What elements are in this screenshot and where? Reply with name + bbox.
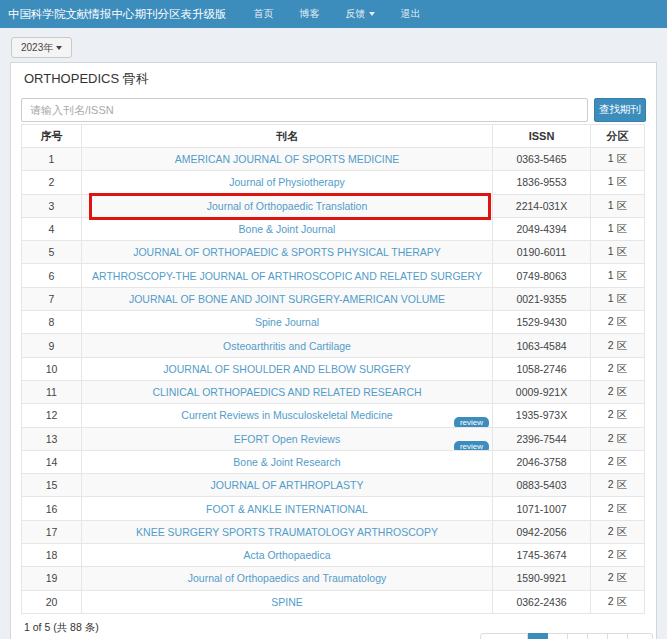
journal-link[interactable]: JOURNAL OF SHOULDER AND ELBOW SURGERY bbox=[163, 363, 410, 375]
row-issn: 2049-4394 bbox=[493, 217, 591, 240]
row-index: 3 bbox=[22, 194, 82, 217]
row-issn: 1590-9921 bbox=[493, 567, 591, 590]
row-partition: 2 区 bbox=[591, 427, 645, 450]
table-row: 18 Acta Orthopaedica 1745-3674 2 区 bbox=[22, 544, 645, 567]
pagination-next-button[interactable] bbox=[628, 633, 653, 639]
row-journal-name-cell: JOURNAL OF ARTHROPLASTY bbox=[82, 474, 493, 497]
row-index: 7 bbox=[22, 287, 82, 310]
journal-link[interactable]: Bone & Joint Journal bbox=[239, 223, 336, 235]
row-issn: 0363-5465 bbox=[493, 148, 591, 171]
row-partition: 2 区 bbox=[591, 567, 645, 590]
row-index: 17 bbox=[22, 520, 82, 543]
journal-link[interactable]: SPINE bbox=[271, 596, 303, 608]
search-journal-button[interactable]: 查找期刊 bbox=[594, 98, 646, 122]
row-journal-name-cell: Bone & Joint Research bbox=[82, 450, 493, 473]
row-index: 16 bbox=[22, 497, 82, 520]
table-row: 14 Bone & Joint Research 2046-3758 2 区 bbox=[22, 450, 645, 473]
row-journal-name-cell: SPINE bbox=[82, 590, 493, 613]
journal-link[interactable]: FOOT & ANKLE INTERNATIONAL bbox=[206, 503, 368, 515]
journal-link[interactable]: ARTHROSCOPY-THE JOURNAL OF ARTHROSCOPIC … bbox=[92, 270, 482, 282]
row-issn: 0009-921X bbox=[493, 380, 591, 403]
journal-link[interactable]: Current Reviews in Musculoskeletal Medic… bbox=[181, 409, 392, 421]
row-issn: 1529-9430 bbox=[493, 311, 591, 334]
table-row: 5 JOURNAL OF ORTHOPAEDIC & SPORTS PHYSIC… bbox=[22, 241, 645, 264]
row-journal-name-cell: Osteoarthritis and Cartilage bbox=[82, 334, 493, 357]
table-row: 2 Journal of Physiotherapy 1836-9553 1 区 bbox=[22, 171, 645, 194]
table-row: 9 Osteoarthritis and Cartilage 1063-4584… bbox=[22, 334, 645, 357]
journal-link[interactable]: AMERICAN JOURNAL OF SPORTS MEDICINE bbox=[175, 153, 400, 165]
table-row: 8 Spine Journal 1529-9430 2 区 bbox=[22, 311, 645, 334]
row-partition: 1 区 bbox=[591, 264, 645, 287]
row-issn: 0749-8063 bbox=[493, 264, 591, 287]
table-row: 10 JOURNAL OF SHOULDER AND ELBOW SURGERY… bbox=[22, 357, 645, 380]
row-issn: 0883-5403 bbox=[493, 474, 591, 497]
row-journal-name-cell: AMERICAN JOURNAL OF SPORTS MEDICINE bbox=[82, 148, 493, 171]
row-issn: 1071-1007 bbox=[493, 497, 591, 520]
nav-item-feedback[interactable]: 反馈 bbox=[333, 7, 388, 21]
row-issn: 2046-3758 bbox=[493, 450, 591, 473]
journal-link[interactable]: JOURNAL OF ORTHOPAEDIC & SPORTS PHYSICAL… bbox=[133, 246, 441, 258]
pagination-page-button[interactable] bbox=[568, 633, 588, 639]
pagination-page-button[interactable] bbox=[608, 633, 628, 639]
nav-item-home[interactable]: 首页 bbox=[241, 7, 287, 21]
nav-item-logout[interactable]: 退出 bbox=[388, 7, 434, 21]
table-row: 19 Journal of Orthopaedics and Traumatol… bbox=[22, 567, 645, 590]
row-journal-name-cell: FOOT & ANKLE INTERNATIONAL bbox=[82, 497, 493, 520]
row-partition: 2 区 bbox=[591, 404, 645, 427]
journal-link[interactable]: JOURNAL OF BONE AND JOINT SURGERY-AMERIC… bbox=[129, 293, 445, 305]
row-journal-name-cell: CLINICAL ORTHOPAEDICS AND RELATED RESEAR… bbox=[82, 380, 493, 403]
review-badge: review bbox=[454, 441, 489, 451]
journal-link[interactable]: Acta Orthopaedica bbox=[244, 549, 331, 561]
row-index: 13 bbox=[22, 427, 82, 450]
row-journal-name-cell: ARTHROSCOPY-THE JOURNAL OF ARTHROSCOPIC … bbox=[82, 264, 493, 287]
table-row: 6 ARTHROSCOPY-THE JOURNAL OF ARTHROSCOPI… bbox=[22, 264, 645, 287]
journal-link[interactable]: Osteoarthritis and Cartilage bbox=[223, 340, 351, 352]
journal-list-panel: ORTHOPEDICS 骨科 查找期刊 序号 刊名 ISSN 分区 1 AMER… bbox=[10, 62, 657, 639]
journal-link[interactable]: Journal of Orthopaedic Translation bbox=[207, 200, 368, 212]
search-input[interactable] bbox=[21, 98, 588, 122]
journal-link[interactable]: Journal of Orthopaedics and Traumatology bbox=[188, 572, 386, 584]
journal-link[interactable]: KNEE SURGERY SPORTS TRAUMATOLOGY ARTHROS… bbox=[136, 526, 438, 538]
row-issn: 1836-9553 bbox=[493, 171, 591, 194]
journal-link[interactable]: EFORT Open Reviews bbox=[234, 433, 340, 445]
row-partition: 1 区 bbox=[591, 217, 645, 240]
pagination-prev-button[interactable] bbox=[480, 633, 528, 639]
row-partition: 2 区 bbox=[591, 474, 645, 497]
pagination-page-button[interactable] bbox=[548, 633, 568, 639]
pagination-page-button[interactable] bbox=[528, 633, 548, 639]
column-header-index: 序号 bbox=[22, 125, 82, 148]
year-dropdown-button[interactable]: 2023年 bbox=[11, 37, 72, 58]
row-partition: 2 区 bbox=[591, 311, 645, 334]
row-issn: 0362-2436 bbox=[493, 590, 591, 613]
table-row: 13 EFORT Open Reviews review 2396-7544 2… bbox=[22, 427, 645, 450]
table-row: 3 Journal of Orthopaedic Translation 221… bbox=[22, 194, 645, 217]
journal-link[interactable]: Journal of Physiotherapy bbox=[229, 176, 345, 188]
column-header-issn: ISSN bbox=[493, 125, 591, 148]
row-index: 4 bbox=[22, 217, 82, 240]
journal-link[interactable]: CLINICAL ORTHOPAEDICS AND RELATED RESEAR… bbox=[152, 386, 421, 398]
row-journal-name-cell: KNEE SURGERY SPORTS TRAUMATOLOGY ARTHROS… bbox=[82, 520, 493, 543]
row-index: 1 bbox=[22, 148, 82, 171]
row-index: 20 bbox=[22, 590, 82, 613]
row-partition: 1 区 bbox=[591, 287, 645, 310]
row-issn: 0021-9355 bbox=[493, 287, 591, 310]
table-row: 15 JOURNAL OF ARTHROPLASTY 0883-5403 2 区 bbox=[22, 474, 645, 497]
row-issn: 2396-7544 bbox=[493, 427, 591, 450]
journal-link[interactable]: Spine Journal bbox=[255, 316, 319, 328]
row-journal-name-cell: Bone & Joint Journal bbox=[82, 217, 493, 240]
row-partition: 1 区 bbox=[591, 148, 645, 171]
row-partition: 1 区 bbox=[591, 171, 645, 194]
journal-link[interactable]: JOURNAL OF ARTHROPLASTY bbox=[211, 479, 364, 491]
pagination-page-button[interactable] bbox=[588, 633, 608, 639]
table-row: 17 KNEE SURGERY SPORTS TRAUMATOLOGY ARTH… bbox=[22, 520, 645, 543]
journal-link[interactable]: Bone & Joint Research bbox=[233, 456, 340, 468]
nav-item-blog[interactable]: 博客 bbox=[287, 7, 333, 21]
row-index: 9 bbox=[22, 334, 82, 357]
row-issn: 1058-2746 bbox=[493, 357, 591, 380]
row-index: 2 bbox=[22, 171, 82, 194]
chevron-down-icon bbox=[56, 46, 62, 50]
row-journal-name-cell: Journal of Physiotherapy bbox=[82, 171, 493, 194]
chevron-down-icon bbox=[369, 12, 375, 16]
category-heading: ORTHOPEDICS 骨科 bbox=[21, 71, 646, 87]
row-partition: 2 区 bbox=[591, 497, 645, 520]
